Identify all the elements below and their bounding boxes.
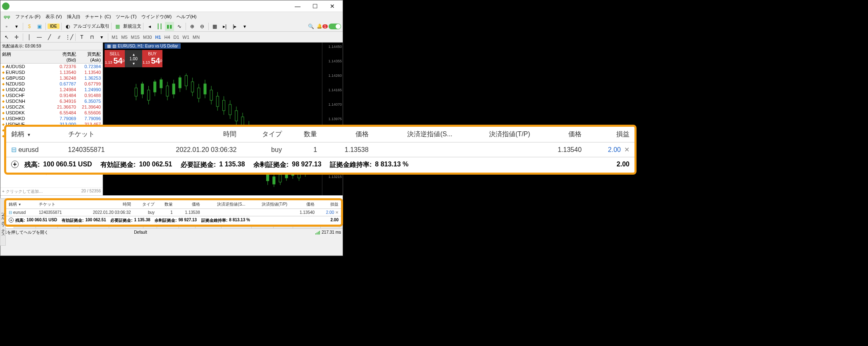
market-watch-title: 気配値表示: 03:06:59 bbox=[0, 43, 103, 50]
objects-menu-button[interactable]: ▾ bbox=[97, 33, 106, 42]
label-button[interactable]: ⊓ bbox=[87, 33, 96, 42]
search-button[interactable]: 🔍 bbox=[307, 22, 316, 31]
trade-callout-small: 銘柄 ▼ チケット 時間 タイプ 数量 価格 決済逆指値(S... 決済指値(T… bbox=[4, 198, 343, 227]
market-row-usdczk[interactable]: ◆ USDCZK21.3667021.39640 bbox=[0, 104, 103, 110]
maximize-button[interactable]: ☐ bbox=[306, 0, 324, 12]
oneclick-sell-button[interactable]: SELL 1.13 540 bbox=[105, 50, 125, 67]
oneclick-buy-button[interactable]: BUY 1.13 540 bbox=[142, 50, 162, 67]
market-row-audusd[interactable]: ◆ AUDUSD0.723760.72384 bbox=[0, 64, 103, 69]
neworder-icon[interactable]: ▦ bbox=[113, 22, 122, 31]
titlebar: — ☐ ✕ bbox=[0, 0, 343, 12]
neworder-label[interactable]: 新規注文 bbox=[123, 23, 141, 29]
menu-view[interactable]: 表示 (V) bbox=[44, 13, 64, 21]
text-button[interactable]: T bbox=[77, 33, 86, 42]
menu-chart[interactable]: チャート (C) bbox=[83, 13, 112, 21]
svg-rect-1 bbox=[135, 88, 137, 96]
market-row-usdhkd[interactable]: ◆ USDHKD7.790697.79096 bbox=[0, 116, 103, 121]
ide-button[interactable]: IDE bbox=[48, 24, 60, 29]
y-tick: 1.13215 bbox=[328, 175, 342, 179]
th-ticket[interactable]: チケット bbox=[63, 127, 134, 142]
svg-rect-31 bbox=[229, 104, 231, 115]
toolbar-main: ▫ ▾ $ ▣ IDE ◐ アルゴリズム取引 ▦ 新規注文 ◂ ┃┃ ▮▮ ∿ … bbox=[0, 21, 343, 32]
timeframe-h1[interactable]: H1 bbox=[153, 34, 162, 40]
col-ask[interactable]: 買気配(Ask) bbox=[78, 50, 103, 63]
th-price[interactable]: 価格 bbox=[322, 127, 374, 142]
th-sl[interactable]: 決済逆指値(S... bbox=[374, 127, 458, 142]
svg-rect-13 bbox=[172, 84, 175, 94]
svg-rect-45 bbox=[273, 177, 275, 184]
zoomin-button[interactable]: ⊕ bbox=[188, 22, 197, 31]
timeframe-m30[interactable]: M30 bbox=[141, 34, 153, 40]
market-row-nzdusd[interactable]: ◆ NZDUSD0.677870.67799 bbox=[0, 81, 103, 87]
svg-rect-25 bbox=[210, 90, 212, 100]
market-row-usdchf[interactable]: ◆ USDCHF0.914840.91488 bbox=[0, 92, 103, 98]
hline-button[interactable]: — bbox=[35, 33, 44, 42]
timeframe-m15[interactable]: M15 bbox=[129, 34, 141, 40]
menu-insert[interactable]: 挿入(I) bbox=[65, 13, 82, 21]
trade-header-row: 銘柄▼ チケット 時間 タイプ 数量 価格 決済逆指値(S... 決済指値(T/… bbox=[6, 127, 634, 142]
market-row-usdcnh[interactable]: ◆ USDCNH6.349166.35075 bbox=[0, 98, 103, 104]
crosshair-button[interactable]: ✛ bbox=[12, 33, 21, 42]
th-price2[interactable]: 価格 bbox=[535, 127, 587, 142]
toolbar-objects: ↖ ✛ │ — ╱ ⫽ ⋮╱ T ⊓ ▾ M1M5M15M30H1H4D1W1M… bbox=[0, 32, 343, 43]
menu-window[interactable]: ウインドウ(W) bbox=[140, 13, 173, 21]
line-button[interactable]: ∿ bbox=[175, 22, 184, 31]
th-vol[interactable]: 数量 bbox=[287, 127, 322, 142]
fibo-button[interactable]: ⋮╱ bbox=[64, 33, 74, 42]
market-add-link[interactable]: + クリックして追加… bbox=[2, 189, 43, 194]
close-button[interactable]: ✕ bbox=[324, 0, 341, 12]
chart-title: ▦▧EURUSD, H1: Euro vs US Dollar bbox=[105, 43, 181, 49]
th-pl[interactable]: 損益 bbox=[587, 127, 634, 142]
tile-button[interactable]: ▦ bbox=[210, 22, 219, 31]
close-position-button[interactable]: ✕ bbox=[624, 146, 630, 153]
th-type[interactable]: タイプ bbox=[241, 127, 287, 142]
y-tick: 1.14260 bbox=[328, 73, 342, 78]
timeframe-m5[interactable]: M5 bbox=[119, 34, 129, 40]
trade-row[interactable]: ⊟ eurusd 1240355871 2022.01.20 03:06:32 … bbox=[6, 142, 634, 157]
timeframe-h4[interactable]: H4 bbox=[162, 34, 172, 40]
channel-button[interactable]: ⫽ bbox=[55, 33, 64, 42]
alerts-button[interactable]: 🔔1 bbox=[317, 24, 328, 29]
timeframe-d1[interactable]: D1 bbox=[172, 34, 181, 40]
market-row-usddkk[interactable]: ◆ USDDKK6.554846.55606 bbox=[0, 110, 103, 116]
trade-row-small[interactable]: ⊟ eurusd 1240355871 2022.01.20 03:06:32 … bbox=[6, 209, 341, 216]
autoscroll-button[interactable]: |▸ bbox=[230, 22, 239, 31]
profile-button[interactable]: ▾ bbox=[12, 22, 21, 31]
new-chart-button[interactable]: ▫ bbox=[2, 22, 11, 31]
candles-button[interactable]: ▮▮ bbox=[165, 22, 174, 31]
market-row-eurusd[interactable]: ◆ EURUSD1.135401.13540 bbox=[0, 69, 103, 75]
th-symbol[interactable]: 銘柄▼ bbox=[6, 127, 63, 142]
trendline-button[interactable]: ╱ bbox=[45, 33, 54, 42]
menu-file[interactable]: ファイル (F) bbox=[14, 13, 42, 21]
connection-toggle[interactable] bbox=[329, 24, 341, 29]
market-row-usdcad[interactable]: ◆ USDCAD1.249841.24990 bbox=[0, 87, 103, 92]
bars-button[interactable]: ┃┃ bbox=[155, 22, 164, 31]
minimize-button[interactable]: — bbox=[289, 0, 306, 12]
col-symbol[interactable]: 銘柄 bbox=[0, 50, 53, 63]
algo-label[interactable]: アルゴリズム取引 bbox=[73, 23, 110, 29]
marketwatch-button[interactable]: $ bbox=[25, 22, 34, 31]
cursor-button[interactable]: ↖ bbox=[2, 33, 11, 42]
col-bid[interactable]: 売気配(Bid) bbox=[53, 50, 78, 63]
algo-toggle-icon[interactable]: ◐ bbox=[63, 22, 72, 31]
shift-button[interactable]: ▸| bbox=[220, 22, 229, 31]
timeframe-mn[interactable]: MN bbox=[191, 34, 201, 40]
zoomout-button[interactable]: ⊖ bbox=[198, 22, 207, 31]
y-tick: 1.14450 bbox=[328, 45, 342, 49]
left-button[interactable]: ◂ bbox=[145, 22, 154, 31]
menu-help[interactable]: ヘルプ(H) bbox=[175, 13, 198, 21]
svg-rect-29 bbox=[222, 100, 225, 111]
options-button[interactable]: ▾ bbox=[240, 22, 249, 31]
timeframe-w1[interactable]: W1 bbox=[181, 34, 191, 40]
svg-rect-5 bbox=[148, 90, 150, 100]
market-row-gbpusd[interactable]: ◆ GBPUSD1.362481.36253 bbox=[0, 75, 103, 81]
th-time[interactable]: 時間 bbox=[134, 127, 241, 142]
vline-button[interactable]: │ bbox=[25, 33, 34, 42]
navigator-button[interactable]: ▣ bbox=[35, 22, 44, 31]
timeframe-m1[interactable]: M1 bbox=[110, 34, 119, 40]
expand-summary-button[interactable]: + bbox=[11, 161, 19, 168]
oneclick-lot-input[interactable]: ▴ 1.00 ▾ bbox=[125, 50, 142, 67]
menu-tool[interactable]: ツール (T) bbox=[114, 13, 138, 21]
close-position-small-button[interactable]: ✕ bbox=[335, 210, 339, 215]
th-tp[interactable]: 決済指値(T/P) bbox=[458, 127, 535, 142]
